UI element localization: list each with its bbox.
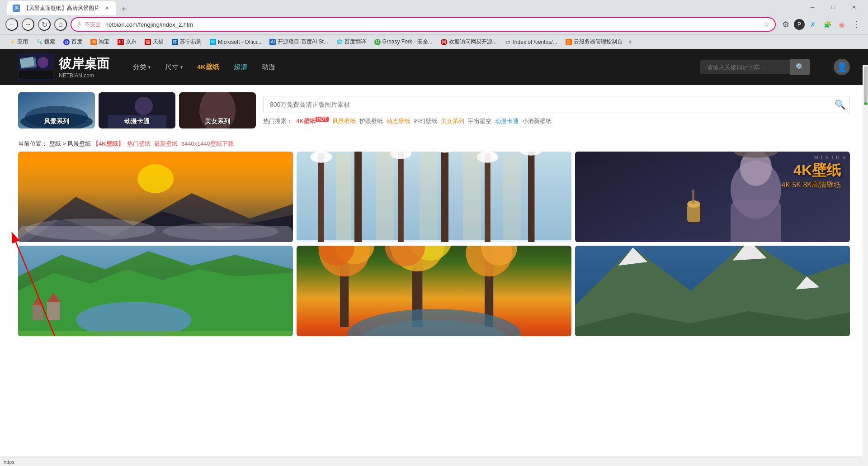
category-beauty[interactable]: 美女系列	[179, 92, 256, 128]
svg-point-3	[38, 57, 48, 68]
bookmark-fanyi[interactable]: 🌐 百度翻译	[333, 37, 370, 47]
breadcrumb-landscape[interactable]: 风景壁纸	[67, 140, 91, 147]
refresh-button[interactable]: ↻	[38, 18, 51, 31]
window-controls: ─ □ ✕	[802, 0, 864, 14]
jd-icon: JD	[118, 39, 124, 45]
content-area: 4K壁纸 4K 5K 8K高清壁纸 M I R I U S	[0, 152, 868, 336]
bookmark-star-icon[interactable]: ☆	[764, 21, 769, 28]
hot-tag-dynamic[interactable]: 动态壁纸	[387, 117, 410, 125]
grid-item-valley[interactable]	[18, 246, 293, 336]
navigation-bar: ← → ↻ ⌂ ⚠ 不安全 netbian.com/fengjing/index…	[0, 14, 868, 34]
anime-4k-text: 4K壁纸 4K 5K 8K高清壁纸	[781, 161, 841, 190]
scrollbar-highlight	[864, 102, 868, 105]
hot-tag-landscape[interactable]: 风景壁纸	[332, 117, 356, 125]
nav-anime[interactable]: 动漫	[256, 59, 281, 75]
big-search-button[interactable]: 🔍	[835, 99, 846, 110]
bookmark-greasyfork[interactable]: G Greasy Fork - 安全...	[371, 37, 436, 47]
hot-tag-anime[interactable]: 动漫卡通	[495, 117, 519, 125]
bookmark-label: 淘宝	[99, 38, 109, 46]
svg-rect-27	[528, 152, 534, 242]
bookmarks-more[interactable]: »	[627, 39, 634, 45]
grid-item-anime-4k[interactable]: 4K壁纸 4K 5K 8K高清壁纸 M I R I U S	[575, 152, 850, 242]
breadcrumb-hot[interactable]: 热门壁纸	[127, 140, 151, 147]
menu-button[interactable]: ⋮	[850, 18, 863, 31]
active-tab[interactable]: 风 【风景桌面壁纸】高清风景图片 ✕	[7, 1, 116, 15]
chrome-icon[interactable]: ◉	[835, 18, 848, 31]
scrollbar-thumb[interactable]	[864, 66, 868, 102]
puzzle-icon[interactable]: 🧩	[821, 18, 834, 31]
close-button[interactable]: ✕	[844, 0, 864, 14]
grid-item-autumn[interactable]	[297, 246, 571, 336]
grid-item-forest-snow[interactable]	[297, 152, 571, 242]
site-logo[interactable]: 彼岸桌面 NETBIAN.com	[18, 53, 109, 81]
bookmark-apps[interactable]: ⚡ 应用	[5, 37, 32, 47]
bookmark-label: 百度翻译	[344, 38, 366, 46]
hot-tag-4k[interactable]: 4K壁纸HOT	[296, 117, 329, 125]
search-icon: 🔍	[796, 63, 805, 71]
twitter-icon[interactable]: ✗	[807, 18, 819, 31]
4k-label: 4K壁纸	[781, 161, 841, 181]
bookmark-baidu[interactable]: 百 百度	[60, 37, 86, 47]
hot-tag-eye[interactable]: 护眼壁纸	[359, 117, 383, 125]
bookmark-jd[interactable]: JD 京东	[114, 37, 140, 47]
dropdown-icon-2: ▾	[180, 65, 183, 70]
bookmark-microsoft[interactable]: M Microsoft - Offici...	[206, 38, 265, 46]
user-avatar[interactable]: 👤	[834, 59, 850, 75]
breadcrumb-4k-link[interactable]: 【4K壁纸】	[93, 140, 124, 147]
tab-close-button[interactable]: ✕	[103, 5, 110, 12]
site-header: 彼岸桌面 NETBIAN.com 分类 ▾ 尺寸 ▾ 4K壁纸 超清 动漫 🔍	[0, 49, 868, 85]
hot-tag-beauty[interactable]: 美女系列	[441, 117, 464, 125]
bookmark-taobao[interactable]: 淘 淘宝	[87, 37, 113, 47]
site-search: 🔍	[700, 59, 810, 75]
logo-text: 彼岸桌面 NETBIAN.com	[59, 55, 109, 79]
forward-button[interactable]: →	[22, 18, 34, 31]
category-cards: 风景系列 动漫卡通 美女系列	[18, 92, 256, 128]
grid-item-mountain[interactable]	[575, 246, 850, 336]
bookmark-search[interactable]: 🔍 搜索	[33, 37, 59, 47]
nav-hd[interactable]: 超清	[228, 59, 253, 75]
svg-rect-55	[18, 331, 293, 336]
breadcrumb-wallpaper[interactable]: 壁纸	[49, 140, 61, 147]
breadcrumb-new[interactable]: 最新壁纸	[154, 140, 178, 147]
hot-tag-fresh[interactable]: 小清新壁纸	[522, 117, 552, 125]
category-anime[interactable]: 动漫卡通	[99, 92, 175, 128]
security-icon: ⚠	[77, 21, 82, 28]
grid-item-sunset[interactable]	[18, 152, 293, 242]
profile-icon[interactable]: P	[794, 19, 805, 30]
hot-tag-space[interactable]: 宇宙星空	[468, 117, 491, 125]
bookmark-netease[interactable]: 网 欢迎访问网易开源...	[437, 37, 500, 47]
bookmark-label: 天猫	[153, 38, 164, 46]
big-search-input[interactable]	[267, 98, 835, 111]
breadcrumb-resolution[interactable]: 3440x1440壁纸下载	[181, 140, 234, 147]
bookmark-centos[interactable]: 🗁 Index of /centos/...	[501, 38, 561, 46]
breadcrumb: 当前位置： 壁纸 > 风景壁纸 【4K壁纸】 热门壁纸 最新壁纸 3440x14…	[0, 136, 868, 152]
bookmark-cloud[interactable]: 云 云服务器管理控制台	[562, 37, 626, 47]
bookmark-suning[interactable]: 苏 苏宁易购	[168, 37, 205, 47]
nav-category[interactable]: 分类 ▾	[127, 59, 156, 75]
hot-tag-scifi[interactable]: 科幻壁纸	[414, 117, 437, 125]
security-label: 不安全	[85, 21, 101, 29]
bookmark-label: Greasy Fork - 安全...	[382, 38, 433, 46]
category-anime-label: 动漫卡通	[99, 115, 175, 128]
maximize-button[interactable]: □	[823, 0, 844, 14]
back-button[interactable]: ←	[5, 18, 18, 31]
bookmark-tianmao[interactable]: 猫 天猫	[141, 37, 167, 47]
bookmark-baidu-ai[interactable]: AI 开源项目·百度AI St...	[266, 37, 331, 47]
new-tab-button[interactable]: +	[118, 3, 130, 15]
ms-icon: M	[210, 39, 216, 45]
home-button[interactable]: ⌂	[54, 18, 67, 31]
minimize-button[interactable]: ─	[802, 0, 823, 14]
nav-4k[interactable]: 4K壁纸	[192, 59, 225, 75]
search-panel: 🔍 热门搜索： 4K壁纸HOT 风景壁纸 护眼壁纸 动态壁纸 科幻壁纸 美女系列…	[263, 92, 850, 129]
header-search-button[interactable]: 🔍	[790, 59, 810, 75]
address-bar[interactable]: ⚠ 不安全 netbian.com/fengjing/index_2.htm ☆	[71, 17, 776, 32]
category-landscape[interactable]: 风景系列	[18, 92, 95, 128]
status-url: https	[4, 459, 14, 465]
header-search-input[interactable]	[700, 60, 790, 74]
nav-size[interactable]: 尺寸 ▾	[160, 59, 188, 75]
bookmark-label: 京东	[126, 38, 137, 46]
svg-rect-26	[485, 153, 491, 242]
tab-title: 【风景桌面壁纸】高清风景图片	[24, 5, 99, 12]
svg-rect-46	[692, 190, 694, 204]
extensions-icon[interactable]: ⚙	[779, 18, 792, 31]
